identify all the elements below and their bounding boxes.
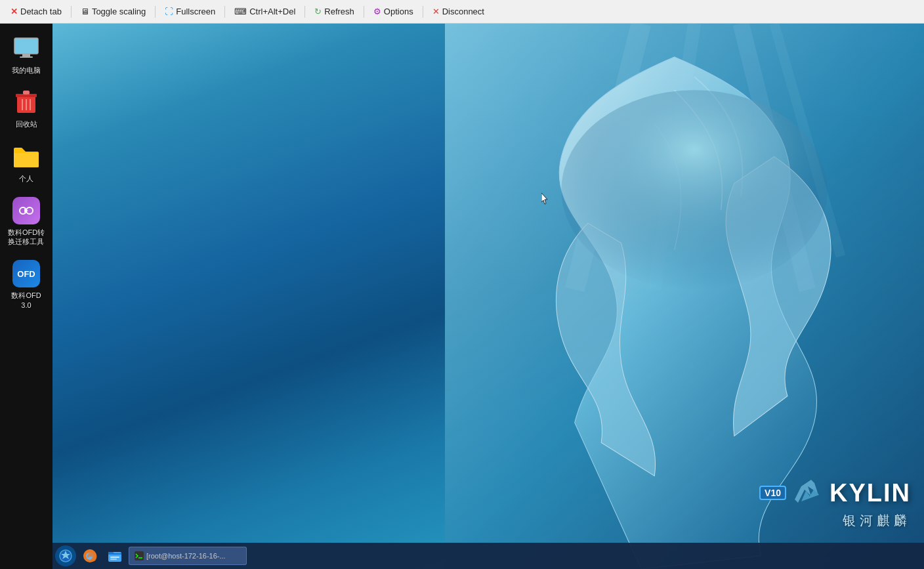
x-icon: ✕ [10, 7, 18, 16]
folder-icon [12, 142, 41, 171]
firefox-button[interactable] [79, 546, 101, 566]
refresh-label: Refresh [324, 7, 354, 16]
start-icon [59, 549, 72, 562]
terminal-label: [root@host-172-16-16-... [146, 552, 226, 560]
kylin-subtitle: 银河麒麟 [843, 512, 911, 530]
terminal-taskbar-item[interactable]: [root@host-172-16-16-... [129, 547, 247, 565]
options-button[interactable]: ⚙ Options [368, 5, 419, 18]
kylin-bird-icon [791, 476, 824, 509]
personal-label: 个人 [19, 174, 33, 183]
main-area: 我的电脑 回收站 [0, 24, 924, 569]
ofd-label: 数科OFD3.0 [11, 291, 41, 310]
start-button[interactable] [55, 545, 76, 566]
svg-rect-1 [22, 54, 30, 56]
separator-1 [71, 6, 72, 18]
ofd-icon: OFD [12, 259, 41, 288]
disconnect-label: Disconnect [442, 7, 484, 16]
svg-rect-0 [14, 38, 38, 54]
fullscreen-icon: ⛶ [165, 7, 173, 16]
desktop-icon-personal[interactable]: 个人 [3, 138, 49, 187]
files-button[interactable] [104, 546, 126, 566]
ctrl-alt-del-icon: ⌨ [234, 7, 247, 16]
desktop-icon-ofd-transfer[interactable]: 数科OFD转换迁移工具 [3, 192, 49, 251]
disconnect-icon: ✕ [432, 7, 440, 16]
detach-tab-button[interactable]: ✕ Detach tab [5, 5, 67, 18]
refresh-icon: ↻ [314, 7, 322, 16]
files-icon [108, 549, 122, 563]
options-icon: ⚙ [373, 7, 381, 16]
desktop-icon-recycle-bin[interactable]: 回收站 [3, 84, 49, 133]
refresh-button[interactable]: ↻ Refresh [309, 5, 360, 18]
firefox-icon [83, 549, 97, 563]
desktop-icon-ofd[interactable]: OFD 数科OFD3.0 [3, 255, 49, 314]
separator-3 [224, 6, 225, 18]
svg-rect-18 [110, 558, 117, 560]
toggle-scaling-button[interactable]: 🖥 Toggle scaling [75, 5, 151, 18]
detach-tab-label: Detach tab [20, 7, 62, 16]
taskbar: [root@host-172-16-16-... [52, 543, 924, 569]
ofd-transfer-label: 数科OFD转换迁移工具 [8, 228, 45, 247]
toggle-scaling-label: Toggle scaling [92, 7, 146, 16]
separator-4 [304, 6, 305, 18]
svg-point-12 [561, 90, 827, 289]
ctrl-alt-del-button[interactable]: ⌨ Ctrl+Alt+Del [229, 5, 301, 18]
recycle-bin-label: 回收站 [16, 119, 37, 129]
kylin-version-badge: V10 [759, 486, 786, 500]
separator-6 [423, 6, 423, 18]
ofd-transfer-icon [12, 196, 41, 225]
trash-icon [12, 88, 41, 117]
monitor-icon [12, 34, 41, 63]
kylin-branding: V10 KYLIN 银河麒麟 [759, 476, 911, 530]
fullscreen-label: Fullscreen [176, 7, 215, 16]
options-label: Options [384, 7, 413, 16]
toggle-scaling-icon: 🖥 [81, 7, 89, 16]
desktop[interactable]: V10 KYLIN 银河麒麟 [52, 24, 924, 569]
fullscreen-button[interactable]: ⛶ Fullscreen [159, 5, 220, 18]
separator-2 [155, 6, 156, 18]
disconnect-button[interactable]: ✕ Disconnect [427, 5, 490, 18]
kylin-brand-text: KYLIN [830, 479, 911, 507]
separator-5 [364, 6, 364, 18]
toolbar: ✕ Detach tab 🖥 Toggle scaling ⛶ Fullscre… [0, 0, 924, 24]
svg-rect-19 [135, 551, 144, 560]
svg-rect-5 [23, 91, 30, 95]
svg-rect-17 [110, 557, 119, 558]
svg-rect-2 [20, 56, 33, 58]
ctrl-alt-del-label: Ctrl+Alt+Del [249, 7, 295, 16]
desktop-icon-strip: 我的电脑 回收站 [0, 24, 52, 569]
my-computer-label: 我的电脑 [12, 66, 41, 75]
terminal-icon [135, 551, 144, 560]
desktop-icon-my-computer[interactable]: 我的电脑 [3, 30, 49, 79]
